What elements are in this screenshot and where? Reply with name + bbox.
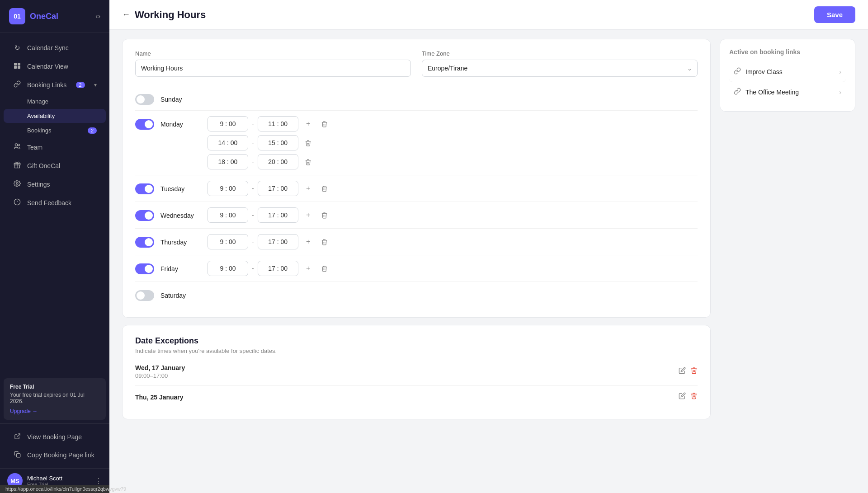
- add-time-button[interactable]: +: [302, 182, 315, 195]
- sidebar-item-copy-booking-link[interactable]: Copy Booking Page link: [4, 446, 106, 464]
- upgrade-link[interactable]: Upgrade →: [10, 408, 38, 414]
- start-time[interactable]: 14 : 00: [208, 135, 248, 150]
- delete-time-button[interactable]: [318, 262, 331, 275]
- thursday-times: 9 : 00 - 17 : 00 +: [208, 234, 698, 249]
- add-time-button[interactable]: +: [302, 117, 315, 130]
- day-row-thursday: Thursday 9 : 00 - 17 : 00 +: [135, 229, 698, 255]
- sidebar-item-manage[interactable]: Manage: [4, 94, 106, 108]
- exception-edit-button[interactable]: [679, 392, 686, 402]
- sidebar-bottom-links: View Booking Page Copy Booking Page link: [0, 423, 109, 468]
- time-row: 9 : 00 - 17 : 00 +: [208, 181, 698, 196]
- end-time[interactable]: 17 : 00: [258, 207, 298, 223]
- end-time[interactable]: 17 : 00: [258, 181, 298, 196]
- exceptions-header: Date Exceptions Indicate times when you'…: [135, 336, 698, 354]
- sidebar-item-gift-onecal[interactable]: Gift OneCal: [4, 157, 106, 174]
- end-time[interactable]: 11 : 00: [258, 116, 298, 131]
- delete-time-button[interactable]: [318, 117, 331, 130]
- sunday-toggle[interactable]: [135, 94, 154, 105]
- name-group: Name: [135, 50, 411, 77]
- booking-link-item-office-meeting[interactable]: The Office Meeting ›: [729, 82, 846, 102]
- booking-link-label: Improv Class: [745, 68, 835, 75]
- booking-link-label: The Office Meeting: [745, 89, 835, 96]
- end-time[interactable]: 17 : 00: [258, 261, 298, 276]
- wednesday-toggle[interactable]: [135, 210, 154, 221]
- toggle-knob: [137, 95, 145, 103]
- friday-label: Friday: [160, 265, 178, 272]
- add-time-button[interactable]: +: [302, 262, 315, 275]
- sidebar: 01 OneCal ‹› ↻ Calendar Sync Calendar Vi…: [0, 0, 109, 493]
- sidebar-item-team[interactable]: Team: [4, 138, 106, 156]
- right-panel: Active on booking links Improv Class › T…: [720, 39, 855, 484]
- add-time-button[interactable]: +: [302, 235, 315, 248]
- wednesday-toggle-wrap: Wednesday: [135, 207, 208, 221]
- tuesday-toggle[interactable]: [135, 183, 154, 194]
- start-time[interactable]: 9 : 00: [208, 116, 248, 131]
- day-row-sunday: Sunday: [135, 86, 698, 111]
- topbar: ← Working Hours Save: [109, 0, 868, 30]
- sidebar-item-send-feedback[interactable]: Send Feedback: [4, 194, 106, 211]
- chevron-right-icon: ›: [839, 89, 841, 96]
- sidebar-item-availability[interactable]: Availability: [4, 109, 106, 123]
- thursday-toggle[interactable]: [135, 237, 154, 248]
- delete-time-button[interactable]: [318, 209, 331, 221]
- friday-toggle-wrap: Friday: [135, 261, 208, 274]
- date-exceptions-card: Date Exceptions Indicate times when you'…: [122, 325, 711, 419]
- sidebar-item-label: View Booking Page: [27, 433, 82, 441]
- day-row-friday: Friday 9 : 00 - 17 : 00 +: [135, 255, 698, 282]
- saturday-toggle-wrap: Saturday: [135, 287, 208, 301]
- start-time[interactable]: 9 : 00: [208, 234, 248, 249]
- start-time[interactable]: 18 : 00: [208, 154, 248, 169]
- delete-time-button[interactable]: [302, 136, 315, 149]
- exception-delete-button[interactable]: [690, 392, 698, 402]
- toggle-knob: [145, 265, 153, 273]
- monday-toggle[interactable]: [135, 119, 154, 130]
- start-time[interactable]: 9 : 00: [208, 261, 248, 276]
- timezone-select[interactable]: Europe/Tirane: [422, 60, 698, 77]
- link-icon: [734, 67, 741, 76]
- sidebar-item-booking-links[interactable]: Booking Links 2 ▾: [4, 76, 106, 94]
- add-time-button[interactable]: +: [302, 209, 315, 221]
- end-time[interactable]: 20 : 00: [258, 154, 298, 169]
- toggle-knob: [145, 211, 153, 220]
- sidebar-item-calendar-view[interactable]: Calendar View: [4, 57, 106, 75]
- time-separator: -: [252, 185, 254, 192]
- feedback-icon: [13, 198, 22, 207]
- monday-times: 9 : 00 - 11 : 00 + 14 : 00 -: [208, 116, 698, 169]
- sunday-toggle-wrap: Sunday: [135, 91, 208, 105]
- sidebar-item-view-booking-page[interactable]: View Booking Page: [4, 428, 106, 446]
- monday-label: Monday: [160, 121, 183, 128]
- content-area: Name Time Zone Europe/Tirane ⌄: [109, 30, 868, 493]
- start-time[interactable]: 9 : 00: [208, 207, 248, 223]
- sidebar-item-calendar-sync[interactable]: ↻ Calendar Sync: [4, 39, 106, 56]
- sidebar-item-label: Settings: [27, 181, 50, 188]
- sidebar-item-label: Availability: [27, 113, 55, 119]
- exception-delete-button[interactable]: [690, 367, 698, 376]
- user-menu-dots[interactable]: ⋮: [95, 477, 102, 485]
- time-separator: -: [252, 238, 254, 245]
- exception-edit-button[interactable]: [679, 367, 686, 376]
- time-separator: -: [252, 158, 254, 165]
- delete-time-button[interactable]: [318, 182, 331, 195]
- sidebar-nav: ↻ Calendar Sync Calendar View Booking Li…: [0, 33, 109, 375]
- booking-link-item-improv-class[interactable]: Improv Class ›: [729, 62, 846, 82]
- sidebar-item-label: Bookings: [27, 127, 51, 134]
- sidebar-item-label: Team: [27, 144, 42, 151]
- day-row-wednesday: Wednesday 9 : 00 - 17 : 00 +: [135, 202, 698, 229]
- save-button[interactable]: Save: [814, 6, 855, 23]
- exceptions-subtitle: Indicate times when you're available for…: [135, 347, 698, 354]
- delete-time-button[interactable]: [318, 235, 331, 248]
- start-time[interactable]: 9 : 00: [208, 181, 248, 196]
- svg-rect-0: [14, 63, 17, 66]
- sidebar-item-label: Calendar View: [27, 63, 68, 70]
- end-time[interactable]: 15 : 00: [258, 135, 298, 150]
- saturday-toggle[interactable]: [135, 290, 154, 301]
- sidebar-item-bookings[interactable]: Bookings 2: [4, 123, 106, 137]
- sidebar-item-settings[interactable]: Settings: [4, 175, 106, 193]
- delete-time-button[interactable]: [302, 155, 315, 168]
- friday-toggle[interactable]: [135, 263, 154, 274]
- collapse-icon[interactable]: ‹›: [95, 12, 100, 20]
- timezone-group: Time Zone Europe/Tirane ⌄: [422, 50, 698, 77]
- back-button[interactable]: ←: [122, 10, 130, 19]
- name-input[interactable]: [135, 60, 411, 77]
- end-time[interactable]: 17 : 00: [258, 234, 298, 249]
